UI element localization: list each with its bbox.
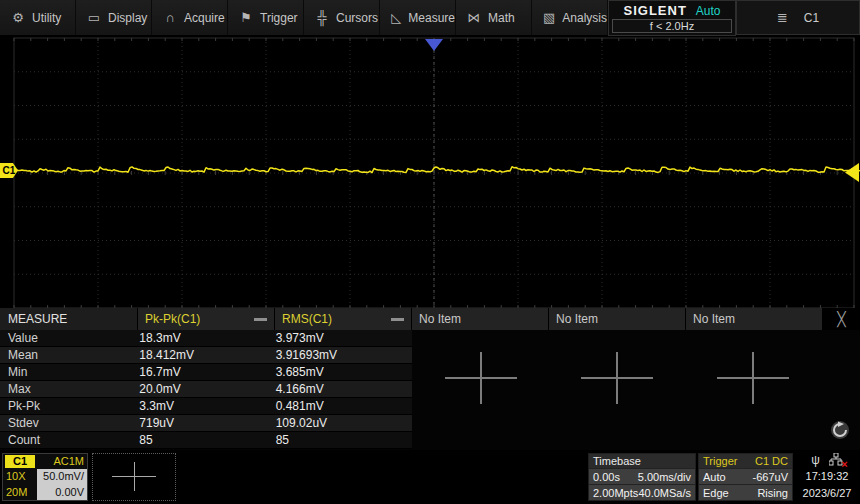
trigger-type: Edge [703, 487, 729, 499]
stat-value: 3.685mV [276, 365, 412, 379]
status-area: ψ × 17:19:32 2023/6/27 [796, 451, 858, 503]
trigger-mode: Auto [703, 471, 726, 483]
brand-panel: SIGLENT Auto f < 2.0Hz [608, 0, 736, 36]
stat-value: 3.973mV [276, 331, 412, 345]
stat-label: Stdev [0, 416, 139, 430]
measure-slot-1[interactable]: Pk-Pk(C1) [138, 308, 274, 330]
trigger-panel[interactable]: TriggerC1 DC Auto-667uV EdgeRising [698, 453, 793, 501]
table-row: Count8585 [0, 432, 412, 449]
trigger-source: C1 DC [755, 454, 788, 468]
stat-value: 85 [139, 433, 275, 447]
stat-value: 18.3mV [139, 331, 275, 345]
siglent-logo: SIGLENT [623, 3, 686, 18]
math-bowtie-icon: ⋈ [467, 10, 481, 25]
measure-slot-3-label: No Item [419, 312, 461, 326]
stat-label: Count [0, 433, 139, 447]
measure-title: MEASURE [0, 308, 137, 330]
trigger-flag-icon: ⚑ [239, 10, 253, 25]
close-icon: ╳ [837, 311, 845, 327]
display-monitor-icon: ▭ [87, 10, 101, 25]
trigger-frequency-readout: f < 2.0Hz [612, 19, 732, 33]
menu-trigger-label: Trigger [260, 11, 298, 25]
scope-grid [0, 36, 860, 308]
measure-panel: MEASURE Pk-Pk(C1) RMS(C1) No Item No Ite… [0, 308, 860, 450]
table-row: Pk-Pk3.3mV0.481mV [0, 398, 412, 415]
channel-bandwidth: 20M [3, 485, 37, 500]
stat-label: Mean [0, 348, 139, 362]
menu-utility[interactable]: ⚙Utility [0, 0, 76, 35]
stat-value: 20.0mV [139, 382, 275, 396]
menu-acquire[interactable]: ∩Acquire [152, 0, 228, 35]
stat-value: 109.02uV [276, 416, 412, 430]
lan-disconnected-icon: × [829, 453, 843, 466]
menubar: ⚙Utility ▭Display ∩Acquire ⚑Trigger ╬Cur… [0, 0, 860, 36]
remove-measurement-icon[interactable] [391, 318, 404, 321]
table-row: Stdev719uV109.02uV [0, 415, 412, 432]
acquire-wave-icon: ∩ [163, 10, 177, 25]
lan-error-x-icon: × [841, 458, 847, 470]
timebase-sample-rate: 40.0MSa/s [638, 487, 691, 499]
reset-statistics-button[interactable] [830, 420, 850, 440]
add-channel-button[interactable] [92, 453, 176, 501]
bottombar: C1 AC1M 10X 50.0mV/ 20M 0.00V Timebase 0… [0, 450, 860, 504]
menu-math[interactable]: ⋈Math [456, 0, 532, 35]
usb-icon: ψ [811, 453, 820, 467]
clock-time: 17:19:32 [796, 468, 858, 485]
measure-slot-2-label: RMS(C1) [282, 312, 332, 326]
channel-offset: 0.00V [37, 485, 87, 500]
menu-display[interactable]: ▭Display [76, 0, 152, 35]
measure-slot-5-label: No Item [693, 312, 735, 326]
measure-slot-3[interactable]: No Item [412, 308, 548, 330]
menu-cursors[interactable]: ╬Cursors [304, 0, 380, 35]
menu-utility-label: Utility [32, 11, 61, 25]
add-measurement-button[interactable] [717, 352, 789, 404]
measure-slot-4[interactable]: No Item [549, 308, 685, 330]
trigger-title: Trigger [703, 454, 737, 468]
stat-value: 3.3mV [139, 399, 275, 413]
c1-waveform-trace [0, 167, 860, 173]
menu-analysis-label: Analysis [562, 11, 607, 25]
analysis-chart-icon: ▧ [543, 10, 555, 25]
trigger-position-marker[interactable] [425, 39, 443, 51]
stat-label: Value [0, 331, 139, 345]
measure-slot-5[interactable]: No Item [686, 308, 822, 330]
close-measure-button[interactable]: ╳ [823, 308, 860, 330]
utility-gear-icon: ⚙ [11, 10, 25, 25]
channel-probe: 10X [3, 469, 37, 484]
measure-slot-4-label: No Item [556, 312, 598, 326]
acquisition-status-badge: Auto [696, 4, 721, 18]
timebase-panel[interactable]: Timebase 0.00s5.00ms/div 2.00Mpts40.0MSa… [588, 453, 696, 501]
trigger-slope: Rising [757, 487, 788, 499]
stat-value: 16.7mV [139, 365, 275, 379]
cursors-grid-icon: ╬ [315, 10, 329, 25]
measure-ruler-icon: ◺ [391, 10, 401, 25]
table-row: Mean18.412mV3.91693mV [0, 347, 412, 364]
channel-badge[interactable]: C1 [5, 455, 35, 468]
stat-value: 719uV [139, 416, 275, 430]
channel-menu-button[interactable]: ≣ C1 [736, 0, 860, 35]
menu-trigger[interactable]: ⚑Trigger [228, 0, 304, 35]
stat-value: 0.481mV [276, 399, 412, 413]
table-row: Min16.7mV3.685mV [0, 364, 412, 381]
clock-date: 2023/6/27 [796, 485, 858, 502]
trigger-level-marker[interactable] [845, 163, 859, 182]
measure-slot-2[interactable]: RMS(C1) [275, 308, 411, 330]
stat-value: 85 [276, 433, 412, 447]
menu-analysis[interactable]: ▧Analysis [532, 0, 608, 35]
menu-math-label: Math [488, 11, 515, 25]
table-row: Value18.3mV3.973mV [0, 330, 412, 347]
waveform-display: C1 [0, 36, 860, 308]
add-measurement-button[interactable] [581, 352, 653, 404]
table-row: Max20.0mV4.166mV [0, 381, 412, 398]
add-measurement-button[interactable] [445, 352, 517, 404]
remove-measurement-icon[interactable] [254, 318, 267, 321]
menu-acquire-label: Acquire [184, 11, 225, 25]
timebase-title: Timebase [593, 454, 641, 468]
menu-display-label: Display [108, 11, 147, 25]
menu-measure-label: Measure [408, 11, 455, 25]
stat-label: Pk-Pk [0, 399, 139, 413]
menu-measure[interactable]: ◺Measure [380, 0, 456, 35]
channel-info-c1[interactable]: C1 AC1M 10X 50.0mV/ 20M 0.00V [2, 453, 88, 501]
stat-label: Max [0, 382, 139, 396]
oscilloscope-screen: ⚙Utility ▭Display ∩Acquire ⚑Trigger ╬Cur… [0, 0, 860, 504]
